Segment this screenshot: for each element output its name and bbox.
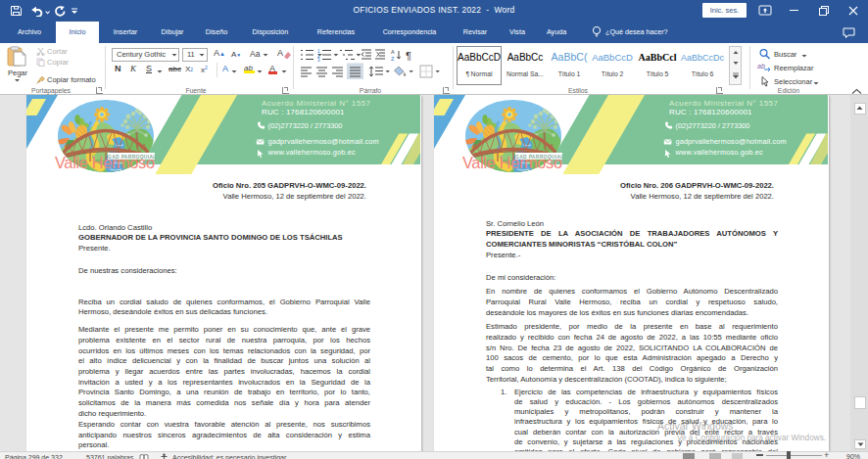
svg-text:A: A <box>391 49 395 55</box>
svg-text:3: 3 <box>317 58 320 63</box>
svg-text:Z: Z <box>391 56 395 62</box>
svg-text:¶: ¶ <box>406 50 411 62</box>
